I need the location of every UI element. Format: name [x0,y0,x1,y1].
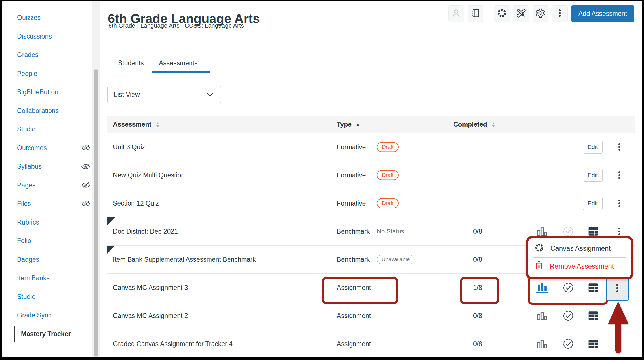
table-row-unit-3-quiz: Unit 3 QuizFormativeDraftEdit [107,133,635,161]
view-mode-select[interactable]: List View [107,86,221,103]
assessment-name: Section 12 Quiz [113,200,159,207]
tab-assessments[interactable]: Assessments [159,59,198,67]
sidebar-item-studio[interactable]: Studio [2,120,92,139]
completed-count: 1/8 [452,284,503,292]
analytics-bar-chart-icon[interactable] [536,227,548,236]
sidebar-item-discussions[interactable]: Discussions [2,27,92,46]
sidebar-item-bigbluebutton[interactable]: BigBlueButton [2,83,92,102]
status-clock-check-icon[interactable] [562,282,574,294]
analytics-bar-chart-icon[interactable] [536,282,548,293]
status-badge: Unavailable [377,255,414,264]
gear-icon [535,8,546,19]
matrix-table-icon[interactable] [588,282,599,293]
assessment-name: New Quiz Multi Question [113,171,185,179]
completed-count: 0/8 [452,228,503,235]
status-text: No Status [377,228,404,235]
sidebar-item-people[interactable]: People [2,64,92,83]
menu-item-remove-assessment[interactable]: Remove Assessment [528,258,631,275]
status-clock-check-icon[interactable] [562,310,574,322]
matrix-table-icon[interactable] [588,311,599,321]
tab-students[interactable]: Students [118,59,144,67]
flag-corner-marker [107,217,115,225]
column-header-assessment[interactable]: Assessment [113,116,159,133]
active-tab-underline [152,71,210,73]
kebab-menu-icon[interactable] [615,198,624,209]
add-assessment-button[interactable]: Add Assessment [571,5,634,22]
sidebar-item-quizzes[interactable]: Quizzes [2,9,92,27]
sidebar-scrollbar-thumb[interactable] [94,69,98,357]
tab-bar: Students Assessments [107,52,635,72]
table-row-new-quiz-multi-question: New Quiz Multi QuestionFormativeDraftEdi… [107,161,635,189]
sidebar-item-item-banks[interactable]: Item Banks [2,269,92,288]
flag-corner-marker [107,246,115,254]
status-clock-check-icon[interactable] [562,338,574,350]
assessment-type: Formative [337,171,366,179]
sidebar-scrollbar-track[interactable] [92,1,100,357]
completed-count: 0/8 [452,256,503,263]
settings-button[interactable] [533,5,548,22]
status-badge: Draft [377,142,399,152]
hidden-eye-slash-icon [81,200,91,208]
assessment-type: Formative [337,143,366,151]
sort-updown-icon [492,122,495,128]
canvas-logo-icon [497,8,507,19]
column-header-type[interactable]: Type [337,116,360,133]
kebab-menu-icon[interactable] [615,141,624,153]
canvas-app-button[interactable] [494,5,510,22]
assessment-name: Canvas MC Assignment 2 [113,312,188,320]
header-divider [489,7,489,20]
hidden-eye-slash-icon [81,144,91,152]
edit-button[interactable]: Edit [583,141,603,154]
notebook-button[interactable] [468,5,483,22]
analytics-bar-chart-icon[interactable] [536,311,548,320]
sidebar-item-syllabus[interactable]: Syllabus [2,157,92,176]
app-window: QuizzesDiscussionsGradesPeopleBigBlueBut… [2,1,642,357]
assessment-name: Unit 3 Quiz [113,143,145,151]
person-icon [451,8,461,19]
sort-asc-icon [356,123,360,126]
table-row-graded-canvas-assignment-for-tracker-4: Graded Canvas Assignment for Tracker 4As… [107,330,635,357]
sidebar-item-grades[interactable]: Grades [2,46,92,64]
breadcrumb: 6th Grade | Language Arts | CCSS: Langua… [108,22,244,29]
assessment-name: Graded Canvas Assignment for Tracker 4 [113,340,233,348]
annotation-box-context-menu: Canvas Assignment Remove Assessment [526,236,633,279]
header-actions: Add Assessment [448,5,634,22]
kebab-menu-icon [555,8,565,19]
header-more-button[interactable] [552,5,568,22]
sidebar-item-badges[interactable]: Badges [2,250,92,269]
sidebar-item-files[interactable]: Files [2,194,92,213]
table-row-canvas-mc-assignment-2: Canvas MC Assignment 2Assignment0/8 [107,302,635,330]
kebab-menu-icon[interactable] [615,310,624,321]
analytics-bar-chart-icon[interactable] [536,339,548,348]
kebab-menu-icon[interactable] [615,169,624,181]
assessment-type: Benchmark [337,256,370,263]
kebab-menu-icon[interactable] [615,226,624,237]
sidebar-item-mastery-tracker[interactable]: Mastery Tracker [2,325,92,344]
sidebar-item-rubrics[interactable]: Rubrics [2,213,92,232]
notebook-icon [470,8,481,19]
edit-button[interactable]: Edit [583,197,603,210]
hidden-eye-slash-icon [81,163,91,171]
table-header-row: Assessment Type Completed [107,116,635,133]
sidebar-item-pages[interactable]: Pages [2,176,92,195]
assessment-name: Canvas MC Assignment 3 [113,284,188,292]
column-header-completed[interactable]: Completed [453,116,495,133]
resources-button[interactable] [513,5,529,22]
sidebar-item-folio[interactable]: Folio [2,232,92,250]
kebab-menu-icon[interactable] [615,338,624,349]
assessment-type: Formative [337,200,366,207]
sidebar-item-studio[interactable]: Studio [2,288,92,306]
assessment-type: Assignment [337,340,371,348]
status-clock-check-icon[interactable] [562,225,574,237]
assessment-type: Benchmark [337,228,370,235]
sidebar-item-grade-sync[interactable]: Grade Sync [2,306,92,325]
table-row-section-12-quiz: Section 12 QuizFormativeDraftEdit [107,189,635,217]
row-context-menu: Canvas Assignment Remove Assessment [528,238,631,277]
menu-item-canvas-assignment[interactable]: Canvas Assignment [528,240,631,257]
sidebar-item-outcomes[interactable]: Outcomes [2,139,92,158]
student-view-button[interactable] [448,5,464,22]
edit-button[interactable]: Edit [583,169,603,182]
sidebar-item-collaborations[interactable]: Collaborations [2,102,92,120]
matrix-table-icon[interactable] [588,226,599,236]
matrix-table-icon[interactable] [588,339,599,349]
